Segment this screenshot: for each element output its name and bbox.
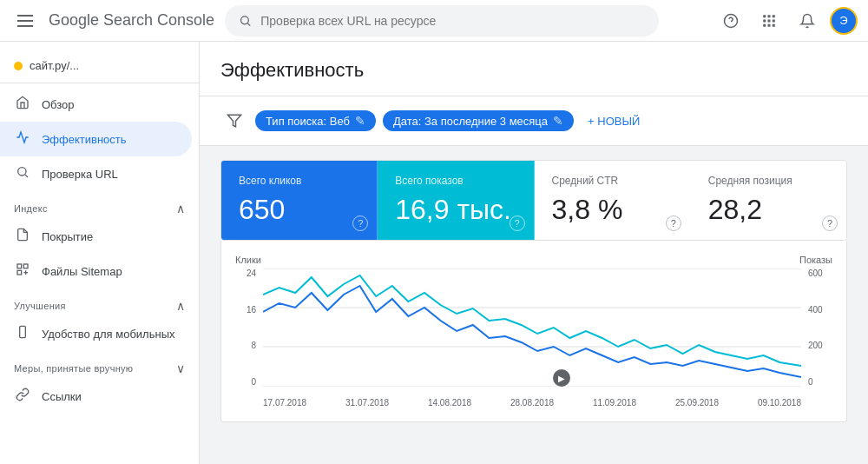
chart-y-right: 600 400 200 0 [805, 268, 832, 387]
help-icon [723, 13, 739, 29]
filters-bar: Тип поиска: Веб ✎ Дата: За последние 3 м… [200, 96, 868, 146]
filter-chip-date-label: Дата: За последние 3 месяца [393, 115, 548, 128]
sidebar-item-coverage[interactable]: Покрытие [0, 219, 192, 254]
main-content: Эффективность Тип поиска: Веб ✎ Дата: За… [200, 42, 868, 464]
section-index-chevron[interactable]: ∧ [176, 202, 185, 215]
stat-clicks-value: 650 [239, 194, 359, 226]
section-index-label: Индекс [14, 203, 48, 214]
sitemap-icon [14, 262, 31, 280]
sidebar-item-sitemap[interactable]: Файлы Sitemap [0, 254, 192, 288]
svg-rect-10 [763, 23, 766, 26]
section-index: Индекс ∧ [0, 191, 199, 219]
performance-icon [14, 130, 31, 148]
svg-rect-4 [763, 15, 766, 17]
sidebar-item-performance[interactable]: Эффективность [0, 122, 192, 156]
topbar-left: Google Search Console [10, 8, 214, 34]
sidebar-item-mobile[interactable]: Удобство для мобильных [0, 316, 192, 351]
mobile-icon [14, 325, 31, 342]
filter-chip-date-edit: ✎ [553, 114, 563, 128]
section-manual-chevron[interactable]: ∨ [176, 361, 185, 375]
sidebar-item-url-check[interactable]: Проверка URL [0, 156, 192, 191]
sidebar-item-links[interactable]: Ссылки [0, 379, 192, 414]
stat-ctr-value: 3,8 % [552, 194, 673, 226]
chart-area: Клики Показы 24 16 8 0 600 400 200 0 [220, 241, 847, 422]
filter-chip-date[interactable]: Дата: За последние 3 месяца ✎ [383, 110, 574, 131]
sidebar-item-performance-label: Эффективность [42, 133, 127, 146]
help-button[interactable] [715, 5, 746, 36]
stat-card-ctr[interactable]: Средний CTR 3,8 % ? [535, 161, 691, 240]
avatar[interactable]: Э [830, 7, 858, 35]
search-bar[interactable] [225, 5, 659, 36]
filter-chip-search-type[interactable]: Тип поиска: Веб ✎ [255, 110, 376, 131]
sidebar-item-overview[interactable]: Обзор [0, 87, 192, 122]
filter-icon-button[interactable] [220, 107, 248, 135]
filter-chip-search-type-label: Тип поиска: Веб [266, 115, 350, 128]
chart-wrapper: 24 16 8 0 600 400 200 0 [235, 268, 832, 408]
add-filter-label: + НОВЫЙ [588, 115, 640, 128]
svg-rect-6 [773, 15, 775, 17]
sidebar-item-overview-label: Обзор [42, 98, 75, 111]
topbar-icons: Э [715, 5, 858, 36]
section-improvements-chevron[interactable]: ∧ [176, 299, 185, 313]
layout: сайт.ру/... Обзор Эффективность Проверка… [0, 42, 868, 464]
svg-line-14 [25, 175, 28, 177]
stat-impressions-help[interactable]: ? [510, 215, 525, 231]
stat-ctr-label: Средний CTR [552, 175, 673, 187]
line-chart [263, 268, 801, 387]
sidebar-item-sitemap-label: Файлы Sitemap [42, 265, 122, 278]
stat-position-help[interactable]: ? [822, 215, 838, 231]
section-improvements-label: Улучшения [14, 301, 66, 311]
site-selector[interactable]: сайт.ру/... [0, 49, 199, 83]
chart-labels-top: Клики Показы [235, 255, 832, 265]
svg-rect-16 [23, 264, 28, 268]
stat-card-impressions[interactable]: Всего показов 16,9 тыс. ? [378, 161, 534, 240]
stat-clicks-label: Всего кликов [239, 175, 359, 187]
search-icon [239, 14, 252, 28]
stat-position-value: 28,2 [708, 194, 829, 226]
filter-icon [227, 113, 242, 129]
topbar: Google Search Console Э [0, 0, 868, 42]
filter-chip-search-type-edit: ✎ [355, 114, 365, 128]
svg-point-13 [18, 168, 26, 176]
bell-icon [799, 13, 815, 29]
stat-card-position[interactable]: Средняя позиция 28,2 ? [691, 161, 846, 240]
chart-svg [263, 268, 801, 387]
svg-rect-15 [17, 264, 22, 268]
chart-left-label: Клики [235, 255, 261, 265]
apps-button[interactable] [753, 5, 785, 36]
apps-icon [761, 13, 777, 29]
svg-marker-20 [228, 115, 241, 127]
sidebar: сайт.ру/... Обзор Эффективность Проверка… [0, 42, 200, 464]
chart-tooltip-pin[interactable]: ▶ [553, 369, 570, 387]
section-manual-label: Меры, принятые вручную [14, 363, 133, 374]
sidebar-item-coverage-label: Покрытие [42, 230, 93, 243]
home-icon [14, 96, 31, 113]
stat-impressions-value: 16,9 тыс. [395, 194, 516, 226]
sidebar-item-links-label: Ссылки [42, 390, 82, 403]
svg-rect-8 [768, 19, 771, 22]
section-manual: Меры, принятые вручную ∨ [0, 351, 199, 379]
links-icon [14, 388, 31, 405]
add-filter-button[interactable]: + НОВЫЙ [581, 111, 647, 131]
site-status-dot [14, 62, 23, 70]
search-input[interactable] [260, 14, 645, 28]
sidebar-item-mobile-label: Удобство для мобильных [42, 328, 175, 341]
svg-rect-11 [768, 23, 771, 26]
svg-point-0 [241, 16, 249, 23]
stats-cards: Всего кликов 650 ? Всего показов 16,9 ты… [220, 160, 847, 241]
menu-button[interactable] [10, 8, 40, 34]
svg-rect-17 [17, 270, 22, 275]
chart-right-label: Показы [799, 255, 832, 265]
coverage-icon [14, 228, 31, 245]
notifications-button[interactable] [792, 5, 823, 36]
svg-rect-5 [768, 15, 771, 17]
chart-y-left: 24 16 8 0 [235, 268, 260, 387]
stat-card-clicks[interactable]: Всего кликов 650 ? [221, 161, 378, 240]
svg-rect-12 [773, 23, 775, 26]
section-improvements: Улучшения ∧ [0, 288, 199, 316]
stat-ctr-help[interactable]: ? [666, 215, 681, 231]
stat-position-label: Средняя позиция [708, 175, 829, 187]
chart-x-labels: 17.07.2018 31.07.2018 14.08.2018 28.08.2… [263, 398, 801, 408]
stat-clicks-help[interactable]: ? [352, 215, 368, 231]
sidebar-item-url-label: Проверка URL [42, 168, 118, 181]
